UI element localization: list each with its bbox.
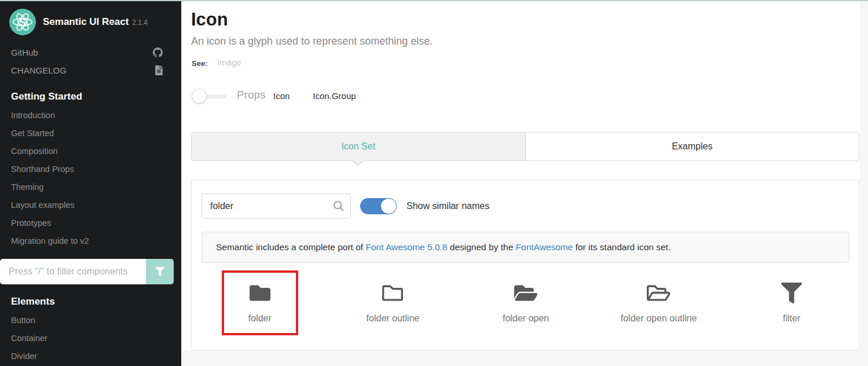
changelog-link-label: CHANGELOG [11,65,67,75]
search-icon [333,200,344,211]
folder-open-outline-icon [647,283,671,303]
sidebar-item-divider[interactable]: Divider [0,347,181,365]
show-similar-toggle[interactable] [360,198,397,214]
props-toggle[interactable] [192,89,228,104]
icon-result-folder-open[interactable]: folder open [459,268,592,342]
sidebar-item-container[interactable]: Container [0,330,181,347]
sidebar-item-shorthand-props[interactable]: Shorthand Props [0,160,181,178]
sidebar-item-get-started[interactable]: Get Started [0,125,181,142]
see-link-image[interactable]: Image [217,57,241,67]
font-awesome-message: Semantic includes a complete port of Fon… [202,232,849,263]
brand[interactable]: S Semantic UI React2.1.4 [0,0,181,43]
icon-result-folder-outline[interactable]: folder outline [327,268,460,342]
icon-result-label: folder open outline [621,313,697,324]
page-title: Icon [191,9,228,30]
semantic-ui-logo-icon: S [9,9,36,35]
github-icon [153,47,163,57]
message-text: Semantic includes a complete port of Fon… [216,242,671,252]
sidebar-item-button[interactable]: Button [0,312,181,330]
icon-search [202,193,351,219]
fontawesome-site-link[interactable]: FontAwesome [516,242,573,252]
font-awesome-link[interactable]: Font Awesome 5.0.8 [365,242,447,252]
section-title-elements: Elements [0,284,181,312]
sidebar-item-composition[interactable]: Composition [0,142,181,160]
main-area: Icon An icon is a glyph used to represen… [181,0,868,366]
page-subtitle: An icon is a glyph used to represent som… [191,35,433,47]
sidebar: S Semantic UI React2.1.4 GitHub CHANGELO… [0,0,181,366]
icon-result-filter[interactable]: filter [725,268,858,342]
icon-result-label: filter [783,313,800,324]
see-label: See: [192,59,207,68]
folder-open-icon [514,283,538,303]
icon-result-label: folder open [503,313,549,324]
svg-text:S: S [19,16,27,28]
sidebar-section-getting-started: Getting StartedIntroductionGet StartedCo… [0,79,181,250]
props-label: Props [237,89,266,101]
sidebar-item-layout-examples[interactable]: Layout examples [0,196,181,214]
sidebar-link-changelog[interactable]: CHANGELOG [0,61,181,79]
icon-results-grid: folderfolder outlinefolder openfolder op… [193,268,858,342]
window-top-edge [0,0,868,1]
sidebar-link-github[interactable]: GitHub [0,43,181,61]
sidebar-item-migration-guide-to-v2[interactable]: Migration guide to v2 [0,232,181,250]
icon-result-folder-open-outline[interactable]: folder open outline [592,268,726,342]
sidebar-item-theming[interactable]: Theming [0,178,181,196]
icon-result-label: folder [248,313,272,324]
props-link-icon-group[interactable]: Icon.Group [313,91,356,101]
message-suffix: for its standard icon set. [573,242,671,252]
show-similar-toggle-knob [381,199,396,214]
icon-result-label: folder outline [367,313,420,324]
icon-result-folder[interactable]: folder [193,268,327,342]
message-middle: designed by the [448,242,516,252]
filter-icon [781,283,802,303]
github-link-label: GitHub [11,47,38,57]
brand-title: Semantic UI React [43,16,129,27]
message-prefix: Semantic includes a complete port of [216,242,365,252]
sidebar-section-elements: ElementsButtonContainerDivider [0,284,181,365]
component-filter [0,259,174,284]
icon-search-input[interactable] [202,193,351,219]
tab-examples[interactable]: Examples [526,133,859,160]
show-similar-label: Show similar names [406,201,489,211]
folder-outline-icon [382,283,403,303]
props-link-icon[interactable]: Icon [273,91,290,101]
sidebar-item-introduction[interactable]: Introduction [0,107,181,125]
component-filter-button[interactable] [146,259,174,284]
sidebar-item-prototypes[interactable]: Prototypes [0,214,181,232]
file-icon [155,65,163,75]
main-content: Icon An icon is a glyph used to represen… [181,0,860,350]
props-toggle-knob [192,89,207,104]
props-links: IconIcon.Group [273,91,356,101]
filter-icon [155,267,164,276]
section-title-getting-started: Getting Started [0,79,181,107]
component-filter-input[interactable] [0,259,146,284]
brand-version: 2.1.4 [132,19,148,27]
folder-icon [250,283,270,303]
tab-menu: Icon Set Examples [191,132,859,161]
